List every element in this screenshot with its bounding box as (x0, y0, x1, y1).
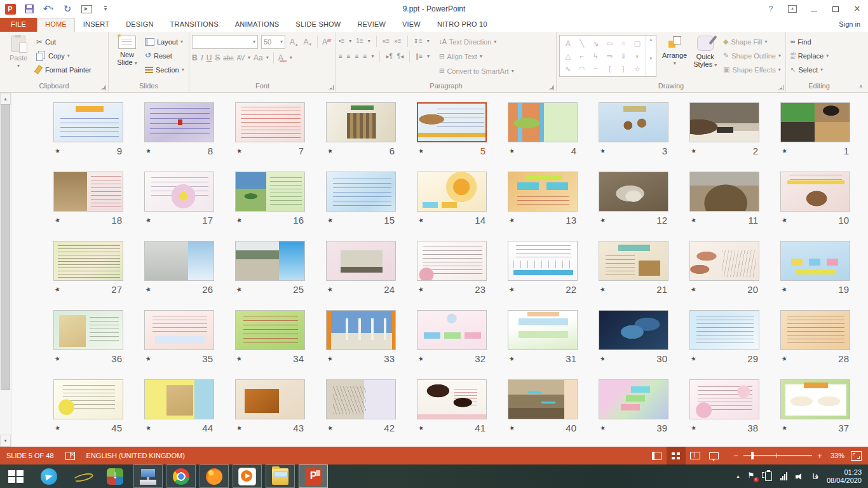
slide-thumbnail-17[interactable] (144, 172, 214, 212)
quick-styles-button[interactable]: QuickStyles ▾ (693, 34, 717, 68)
shape-outline-button[interactable]: ✎Shape Outline▾ (721, 49, 783, 62)
network-signal-icon[interactable] (780, 472, 787, 480)
shape-icon[interactable]: ⇒ (607, 52, 613, 60)
shape-icon[interactable]: ∿ (565, 65, 571, 72)
tab-file[interactable]: FILE (0, 18, 37, 32)
tab-animations[interactable]: ANIMATIONS (227, 18, 288, 32)
slide-thumbnail-7[interactable] (235, 102, 305, 142)
shape-icon[interactable]: ⇓ (621, 52, 627, 60)
align-center-button[interactable]: ≡ (347, 53, 351, 60)
paste-button[interactable]: Paste ▾ (3, 34, 34, 69)
text-direction-button[interactable]: ↕AText Direction▾ (437, 35, 516, 48)
tab-nitro-pro-10[interactable]: NITRO PRO 10 (429, 18, 496, 32)
new-slide-button[interactable]: NewSlide ▾ (111, 34, 143, 66)
shape-fill-button[interactable]: ◆Shape Fill▾ (721, 35, 783, 48)
slide-thumbnail-34[interactable] (235, 310, 305, 350)
shape-icon[interactable]: ▭ (606, 39, 613, 47)
shape-effects-button[interactable]: ▣Shape Effects▾ (721, 63, 783, 76)
taskbar-file-explorer-button[interactable] (266, 464, 295, 488)
italic-button[interactable]: I (201, 53, 203, 63)
cut-button[interactable]: ✂Cut (34, 35, 93, 48)
select-button[interactable]: ↖Select▾ (789, 63, 831, 76)
slide-thumbnail-16[interactable] (235, 172, 305, 212)
shape-icon[interactable]: ☆ (634, 65, 641, 72)
columns-button[interactable]: ∥≡ (416, 53, 423, 60)
slide-thumbnail-29[interactable] (689, 310, 759, 350)
slide-thumbnail-36[interactable] (53, 310, 123, 350)
shape-icon[interactable]: ▢ (634, 39, 641, 47)
drawing-dialog-launcher[interactable] (778, 85, 783, 90)
slide-thumbnail-10[interactable] (780, 172, 850, 212)
slide-thumbnail-3[interactable] (599, 102, 668, 142)
shape-icon[interactable]: } (622, 65, 625, 72)
taskbar-chrome-button[interactable] (166, 464, 196, 488)
clipboard-dialog-launcher[interactable] (101, 85, 106, 90)
tray-clock[interactable]: 01:23 08/04/2020 (827, 468, 862, 485)
sign-in-link[interactable]: Sign in (839, 20, 860, 28)
slide-thumbnail-35[interactable] (144, 310, 214, 350)
change-case-button[interactable]: Aa (254, 53, 263, 62)
scrollbar-thumb[interactable] (1, 104, 10, 390)
taskbar-idm-button[interactable] (100, 464, 130, 488)
slide-thumbnail-11[interactable] (689, 172, 759, 212)
taskbar-start-button[interactable] (1, 464, 31, 488)
slide-thumbnail-27[interactable] (53, 241, 123, 281)
tab-home[interactable]: HOME (37, 18, 75, 32)
tab-view[interactable]: VIEW (394, 18, 429, 32)
paragraph-dialog-launcher[interactable] (549, 85, 554, 90)
increase-indent-button[interactable]: »≡ (394, 38, 401, 44)
slide-thumbnail-12[interactable] (599, 172, 668, 212)
slide-thumbnail-32[interactable] (417, 310, 487, 350)
slide-thumbnail-45[interactable] (53, 379, 123, 419)
slide-thumbnail-44[interactable] (144, 379, 214, 419)
reset-button[interactable]: ↺Reset (143, 49, 186, 62)
taskbar-powerpoint-button[interactable] (299, 464, 328, 488)
help-button[interactable]: ? (760, 1, 782, 17)
hidden-icons-chevron[interactable]: ▴ (737, 473, 740, 479)
slide-thumbnail-25[interactable] (235, 241, 305, 281)
section-button[interactable]: Section▾ (143, 63, 186, 76)
slide-thumbnail-39[interactable] (599, 379, 668, 419)
action-center-flag-icon[interactable] (748, 472, 757, 481)
line-spacing-button[interactable]: ⇕≡ (414, 38, 423, 44)
font-size-combobox[interactable]: 50▾ (261, 35, 285, 49)
slide-thumbnail-6[interactable] (326, 102, 396, 142)
slide-thumbnail-43[interactable] (235, 379, 305, 419)
scrollbar-up-arrow[interactable]: ▴ (0, 93, 11, 105)
slide-thumbnail-37[interactable] (780, 379, 850, 419)
tab-insert[interactable]: INSERT (75, 18, 118, 32)
slide-thumbnail-28[interactable] (780, 310, 850, 350)
tab-review[interactable]: REVIEW (349, 18, 394, 32)
shape-icon[interactable]: A (566, 39, 570, 47)
shape-icon[interactable]: ⌐ (580, 52, 583, 60)
vertical-scrollbar[interactable]: ▴ ▾ (0, 93, 11, 447)
ribbon-display-options-button[interactable]: ▴ (782, 1, 803, 17)
tab-design[interactable]: DESIGN (118, 18, 161, 32)
zoom-slider-thumb[interactable] (751, 452, 754, 459)
slide-thumbnail-8[interactable] (144, 102, 214, 142)
layout-button[interactable]: Layout▾ (143, 35, 186, 48)
slide-thumbnail-38[interactable] (689, 379, 759, 419)
taskbar-firefox-button[interactable] (200, 464, 229, 488)
reading-view-button[interactable] (686, 447, 705, 464)
scrollbar-down-arrow[interactable]: ▾ (0, 435, 11, 447)
close-button[interactable]: × (846, 1, 868, 17)
slide-thumbnail-1[interactable] (780, 102, 850, 142)
arrange-button[interactable]: Arrange ▾ (660, 34, 689, 66)
volume-icon[interactable] (796, 473, 804, 480)
bullets-button[interactable]: •≡ (339, 38, 344, 44)
slide-thumbnail-30[interactable] (599, 310, 668, 350)
clear-formatting-button[interactable]: A (322, 37, 331, 46)
taskbar-internet-explorer-button[interactable] (67, 464, 97, 488)
fit-to-window-button[interactable] (851, 451, 862, 461)
slide-thumbnail-42[interactable] (326, 379, 396, 419)
format-painter-button[interactable]: Format Painter (34, 63, 93, 76)
shape-icon[interactable]: ~ (593, 65, 597, 72)
copy-button[interactable]: Copy▾ (34, 49, 93, 62)
slide-thumbnail-5[interactable] (417, 102, 487, 142)
shape-icon[interactable]: △ (566, 52, 571, 60)
shape-icon[interactable]: ↘ (593, 39, 599, 47)
character-spacing-button[interactable]: AV (236, 55, 245, 62)
font-dialog-launcher[interactable] (329, 85, 334, 90)
zoom-slider[interactable] (743, 455, 812, 456)
